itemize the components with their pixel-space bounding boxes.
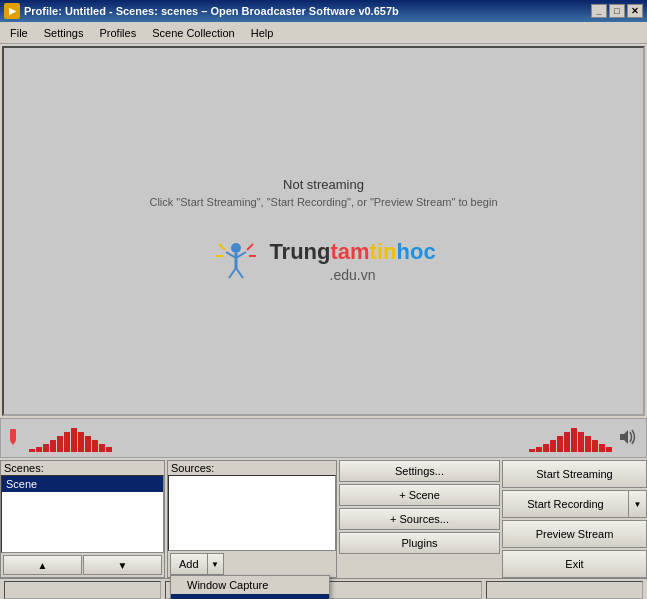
menu-bar: File Settings Profiles Scene Collection … xyxy=(0,22,647,44)
meter-bar xyxy=(585,436,591,452)
meter-bar xyxy=(43,444,49,452)
svg-marker-11 xyxy=(10,441,16,445)
minimize-button[interactable]: _ xyxy=(591,4,607,18)
menu-help[interactable]: Help xyxy=(243,25,282,41)
meter-bar xyxy=(557,436,563,452)
status-segment-4 xyxy=(486,581,643,599)
middle-panel: Settings... + Scene + Sources... Plugins xyxy=(339,460,500,578)
add-dropdown-menu: Window Capture Monitor Capture Image Ima… xyxy=(170,575,330,599)
add-button-container: Add ▼ Window Capture Monitor Capture Ima… xyxy=(170,553,224,575)
status-segment-3 xyxy=(326,581,483,599)
audio-meters-row xyxy=(0,418,647,458)
dropdown-window-capture[interactable]: Window Capture xyxy=(171,576,329,594)
title-bar-buttons: _ □ ✕ xyxy=(591,4,643,18)
meter-bar xyxy=(106,447,112,452)
exit-button[interactable]: Exit xyxy=(502,550,647,578)
sources-button[interactable]: + Sources... xyxy=(339,508,500,530)
maximize-button[interactable]: □ xyxy=(609,4,625,18)
status-segment-1 xyxy=(4,581,161,599)
meter-bar xyxy=(85,436,91,452)
volume-icon-area xyxy=(616,427,638,449)
svg-line-5 xyxy=(236,268,243,278)
scenes-panel: Scenes: Scene ▲ ▼ xyxy=(0,460,165,578)
sources-buttons: Add ▼ Window Capture Monitor Capture Ima… xyxy=(168,551,336,577)
meter-bar xyxy=(92,440,98,452)
meter-bar xyxy=(529,449,535,452)
logo-text: Trungtamtinhoc xyxy=(269,239,435,265)
logo-area: Trungtamtinhoc .edu.vn xyxy=(211,236,435,286)
meter-bar xyxy=(99,444,105,452)
meter-bar xyxy=(57,436,63,452)
meter-bar xyxy=(564,432,570,452)
scene-down-button[interactable]: ▼ xyxy=(83,555,162,575)
preview-stream-button[interactable]: Preview Stream xyxy=(502,520,647,548)
svg-marker-12 xyxy=(620,430,628,444)
meter-bar xyxy=(578,432,584,452)
right-meter xyxy=(529,424,612,452)
scene-up-button[interactable]: ▲ xyxy=(3,555,82,575)
menu-scene-collection[interactable]: Scene Collection xyxy=(144,25,243,41)
menu-file[interactable]: File xyxy=(2,25,36,41)
add-main-button[interactable]: Add xyxy=(170,553,208,575)
stream-hint-text: Click "Start Streaming", "Start Recordin… xyxy=(149,196,497,208)
mic-icon-area xyxy=(5,427,21,449)
close-button[interactable]: ✕ xyxy=(627,4,643,18)
sources-label: Sources: xyxy=(168,461,336,475)
meter-bar xyxy=(29,449,35,452)
sources-panel: Sources: Add ▼ Window Capture Monitor Ca… xyxy=(167,460,337,578)
pencil-icon xyxy=(5,427,21,447)
menu-settings[interactable]: Settings xyxy=(36,25,92,41)
meter-bar xyxy=(536,447,542,452)
meter-bar xyxy=(571,428,577,452)
meter-bar xyxy=(50,440,56,452)
meter-bar xyxy=(606,447,612,452)
start-streaming-button[interactable]: Start Streaming xyxy=(502,460,647,488)
logo-icon xyxy=(211,236,261,286)
start-recording-button[interactable]: Start Recording xyxy=(502,490,629,518)
meter-bar xyxy=(543,444,549,452)
sources-list[interactable] xyxy=(168,475,336,551)
meter-bar xyxy=(550,440,556,452)
svg-rect-10 xyxy=(10,429,16,441)
meter-bar xyxy=(592,440,598,452)
svg-line-4 xyxy=(229,268,236,278)
scenes-label: Scenes: xyxy=(1,461,164,475)
logo-subtext: .edu.vn xyxy=(269,267,435,283)
right-panel: Start Streaming Start Recording ▼ Previe… xyxy=(502,460,647,578)
meter-bar xyxy=(78,432,84,452)
meter-bar xyxy=(599,444,605,452)
meter-bar xyxy=(71,428,77,452)
svg-point-0 xyxy=(231,243,241,253)
meter-bar xyxy=(36,447,42,452)
svg-line-6 xyxy=(219,244,225,250)
svg-line-8 xyxy=(247,244,253,250)
preview-area: Not streaming Click "Start Streaming", "… xyxy=(2,46,645,416)
meter-bar xyxy=(64,432,70,452)
scene-item[interactable]: Scene xyxy=(2,476,163,492)
add-arrow-button[interactable]: ▼ xyxy=(208,553,224,575)
start-recording-arrow-button[interactable]: ▼ xyxy=(629,490,647,518)
scene-button[interactable]: + Scene xyxy=(339,484,500,506)
app-icon: ▶ xyxy=(4,3,20,19)
scenes-list[interactable]: Scene xyxy=(1,475,164,553)
stream-status-text: Not streaming xyxy=(149,177,497,192)
title-text: Profile: Untitled - Scenes: scenes – Ope… xyxy=(24,5,591,17)
left-meter xyxy=(29,424,112,452)
scenes-buttons: ▲ ▼ xyxy=(1,553,164,577)
speaker-icon xyxy=(616,427,638,447)
plugins-button[interactable]: Plugins xyxy=(339,532,500,554)
title-bar: ▶ Profile: Untitled - Scenes: scenes – O… xyxy=(0,0,647,22)
menu-profiles[interactable]: Profiles xyxy=(91,25,144,41)
dropdown-monitor-capture[interactable]: Monitor Capture xyxy=(171,594,329,599)
panels-row: Scenes: Scene ▲ ▼ Sources: Add ▼ Window … xyxy=(0,460,647,578)
stream-status: Not streaming Click "Start Streaming", "… xyxy=(149,177,497,208)
start-recording-split: Start Recording ▼ xyxy=(502,490,647,518)
settings-button[interactable]: Settings... xyxy=(339,460,500,482)
